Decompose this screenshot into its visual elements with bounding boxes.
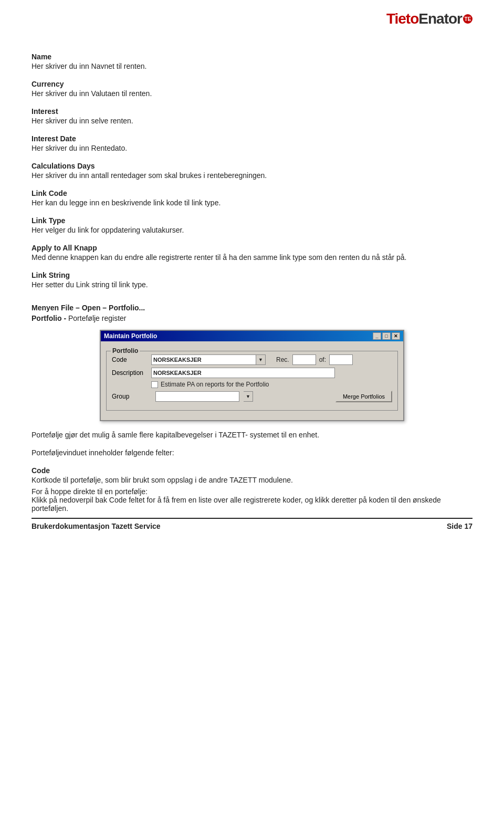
- section-name-title: Name: [32, 53, 472, 61]
- group-label: Group: [112, 393, 151, 400]
- section-interest-date: Interest Date Her skriver du inn Renteda…: [32, 134, 472, 152]
- group-combo-arrow[interactable]: ▼: [244, 391, 253, 402]
- section-link-code-title: Link Code: [32, 189, 472, 197]
- estimate-pa-checkbox[interactable]: [151, 381, 158, 388]
- group-input[interactable]: [155, 391, 239, 402]
- rec-area: Rec. of:: [276, 354, 353, 365]
- dialog-content: Portfolio Code NORSKEAKSJER ▼ Rec. of:: [101, 341, 403, 420]
- code-input[interactable]: NORSKEAKSJER: [151, 354, 256, 365]
- dialog-controls: _ □ ✕: [373, 332, 400, 340]
- logo-enator: Enator: [418, 11, 462, 27]
- code-row: Code NORSKEAKSJER ▼ Rec. of:: [112, 354, 392, 365]
- section-apply-all-title: Apply to All Knapp: [32, 244, 472, 252]
- paragraph-2-text: Porteføljevinduet inneholder følgende fe…: [32, 448, 472, 457]
- footer-right: Side 17: [447, 522, 472, 530]
- section-link-string: Link String Her setter du Link string ti…: [32, 271, 472, 289]
- section-interest-date-title: Interest Date: [32, 134, 472, 143]
- section-link-code-body: Her kan du legge inn en beskrivende link…: [32, 199, 472, 207]
- section-name-body: Her skriver du inn Navnet til renten.: [32, 62, 472, 70]
- minimize-button[interactable]: _: [373, 332, 381, 340]
- section-currency-title: Currency: [32, 80, 472, 88]
- section-interest-date-body: Her skriver du inn Rentedato.: [32, 144, 472, 152]
- logo-text: TietoEnator: [386, 11, 462, 27]
- section-link-string-title: Link String: [32, 271, 472, 279]
- code-section-body2: For å hoppe direkte til en portefølje:: [32, 487, 472, 496]
- portfolio-group: Portfolio Code NORSKEAKSJER ▼ Rec. of:: [106, 351, 398, 411]
- section-link-code: Link Code Her kan du legge inn en beskri…: [32, 189, 472, 207]
- section-link-type-title: Link Type: [32, 216, 472, 225]
- logo-tieto: Tieto: [386, 11, 418, 27]
- code-section-body3: Klikk på nedoverpil bak Code feltet for …: [32, 496, 472, 513]
- paragraph-1: Portefølje gjør det mulig å samle flere …: [32, 431, 472, 439]
- section-currency: Currency Her skriver du inn Valutaen til…: [32, 80, 472, 98]
- maintain-portfolio-dialog: Maintain Portfolio _ □ ✕ Portfolio Code …: [100, 330, 404, 421]
- dialog-title: Maintain Portfolio: [104, 332, 157, 340]
- close-button[interactable]: ✕: [392, 332, 400, 340]
- portfolio-subtitle: Portfolio - Portefølje register: [32, 314, 472, 322]
- description-label: Description: [112, 369, 151, 377]
- dialog-titlebar: Maintain Portfolio _ □ ✕: [101, 331, 403, 341]
- section-interest-title: Interest: [32, 107, 472, 116]
- merge-portfolios-button[interactable]: Merge Portfolios: [335, 391, 392, 402]
- footer-left: Brukerdokumentasjon Tazett Service: [32, 522, 161, 530]
- section-name: Name Her skriver du inn Navnet til rente…: [32, 53, 472, 70]
- of-input[interactable]: [329, 354, 353, 365]
- maximize-button[interactable]: □: [382, 332, 391, 340]
- section-interest-body: Her skriver du inn selve renten.: [32, 117, 472, 125]
- code-section-body: Kortkode til portefølje, som blir brukt …: [32, 476, 472, 484]
- description-input[interactable]: NORSKEAKSJER: [151, 368, 335, 378]
- code-section-title: Code: [32, 466, 472, 475]
- code-section: Code Kortkode til portefølje, som blir b…: [32, 466, 472, 513]
- section-link-type-body: Her velger du link for oppdatering valut…: [32, 226, 472, 234]
- rec-input[interactable]: [292, 354, 316, 365]
- section-apply-all-body: Med denne knappen kan du endre alle regi…: [32, 253, 472, 262]
- description-row: Description NORSKEAKSJER: [112, 368, 392, 378]
- section-link-type: Link Type Her velger du link for oppdate…: [32, 216, 472, 234]
- code-combo-arrow[interactable]: ▼: [256, 354, 266, 365]
- portfolio-subtitle-rest: Portefølje register: [66, 314, 126, 322]
- code-label: Code: [112, 356, 151, 363]
- rec-label: Rec.: [276, 356, 289, 363]
- bottom-row: Group ▼ Merge Portfolios: [112, 391, 392, 402]
- of-label: of:: [319, 356, 326, 363]
- paragraph-1-text: Portefølje gjør det mulig å samle flere …: [32, 431, 472, 439]
- section-calculations-days: Calculations Days Her skriver du inn ant…: [32, 162, 472, 180]
- logo: TietoEnator TE: [386, 11, 472, 27]
- page-footer: Brukerdokumentasjon Tazett Service Side …: [32, 518, 472, 530]
- logo-badge: TE: [463, 14, 472, 24]
- section-link-string-body: Her setter du Link string til link type.: [32, 280, 472, 289]
- section-calculations-days-body: Her skriver du inn antall rentedager som…: [32, 171, 472, 180]
- checkbox-row: Estimate PA on reports for the Portfolio: [151, 381, 392, 388]
- paragraph-2: Porteføljevinduet inneholder følgende fe…: [32, 448, 472, 457]
- menu-heading: Menyen File – Open – Portfolio...: [32, 304, 472, 312]
- portfolio-subtitle-bold: Portfolio -: [32, 314, 66, 322]
- section-apply-all: Apply to All Knapp Med denne knappen kan…: [32, 244, 472, 262]
- portfolio-group-label: Portfolio: [111, 347, 140, 354]
- section-currency-body: Her skriver du inn Valutaen til renten.: [32, 89, 472, 98]
- checkbox-label: Estimate PA on reports for the Portfolio: [161, 381, 269, 388]
- section-interest: Interest Her skriver du inn selve renten…: [32, 107, 472, 125]
- section-calculations-days-title: Calculations Days: [32, 162, 472, 170]
